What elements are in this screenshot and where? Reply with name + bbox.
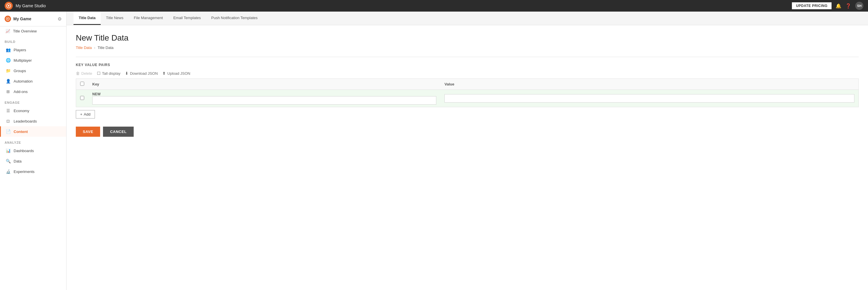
top-nav: My Game Studio UPDATE PRICING 🔔 ❓ SH [0, 0, 868, 11]
add-button[interactable]: + Add [76, 110, 95, 118]
tabs-bar: Title Data Title News File Management Em… [66, 11, 868, 25]
tall-display-button[interactable]: ☐ Tall display [97, 71, 121, 76]
sidebar-item-title-overview[interactable]: 📈 Title Overview [0, 26, 66, 36]
col-header-checkbox [76, 79, 89, 90]
row-key-label: NEW [92, 92, 436, 96]
studio-name: My Game Studio [16, 3, 46, 8]
page-title: New Title Data [76, 33, 859, 42]
experiments-icon: 🔬 [5, 169, 11, 174]
table-row: NEW [76, 90, 859, 107]
key-input[interactable] [92, 96, 436, 105]
delete-icon: 🗑 [76, 71, 80, 76]
sidebar-item-multiplayer[interactable]: 🌐 Multiplayer [0, 55, 66, 65]
sidebar-item-economy[interactable]: ☰ Economy [0, 106, 66, 116]
game-name: My Game [5, 16, 31, 22]
update-pricing-button[interactable]: UPDATE PRICING [792, 2, 832, 9]
sidebar-game-header: My Game ⚙ [0, 11, 66, 26]
page-body: New Title Data Title Data › Title Data K… [66, 25, 868, 145]
svg-point-3 [7, 18, 8, 20]
kv-toolbar: 🗑 Delete ☐ Tall display ⬇ Download JSON … [76, 71, 859, 76]
delete-button[interactable]: 🗑 Delete [76, 71, 92, 76]
economy-icon: ☰ [5, 108, 11, 113]
sidebar-item-leaderboards[interactable]: ⊡ Leaderboards [0, 116, 66, 126]
sidebar-item-groups[interactable]: 📁 Groups [0, 65, 66, 76]
data-icon: 🔍 [5, 158, 11, 164]
section-engage-label: ENGAGE [0, 97, 66, 106]
sidebar-item-experiments[interactable]: 🔬 Experiments [0, 166, 66, 177]
automation-icon: 👤 [5, 79, 11, 84]
content-icon: 📄 [5, 129, 11, 134]
section-analyze-label: ANALYZE [0, 137, 66, 145]
players-icon: 👥 [5, 47, 11, 53]
addons-icon: ⊞ [5, 89, 11, 94]
upload-icon: ⬆ [162, 71, 166, 76]
select-all-checkbox[interactable] [80, 82, 84, 86]
notification-icon[interactable]: 🔔 [836, 3, 841, 9]
upload-json-button[interactable]: ⬆ Upload JSON [162, 71, 190, 76]
help-icon[interactable]: ❓ [845, 3, 851, 9]
tab-title-data[interactable]: Title Data [73, 11, 101, 25]
sidebar: My Game ⚙ 📈 Title Overview BUILD 👥 Playe… [0, 11, 66, 290]
section-build-label: BUILD [0, 36, 66, 45]
row-checkbox-cell [76, 90, 89, 107]
tab-title-news[interactable]: Title News [101, 11, 128, 25]
breadcrumb-separator: › [94, 46, 95, 50]
svg-point-1 [8, 5, 9, 6]
layout: My Game ⚙ 📈 Title Overview BUILD 👥 Playe… [0, 11, 868, 290]
download-icon: ⬇ [125, 71, 128, 76]
tab-email-templates[interactable]: Email Templates [168, 11, 206, 25]
dashboards-icon: 📊 [5, 148, 11, 153]
sidebar-item-automation[interactable]: 👤 Automation [0, 76, 66, 86]
multiplayer-icon: 🌐 [5, 58, 11, 63]
tab-file-management[interactable]: File Management [128, 11, 168, 25]
top-nav-right: UPDATE PRICING 🔔 ❓ SH [792, 2, 863, 10]
settings-icon[interactable]: ⚙ [58, 16, 62, 22]
add-icon: + [80, 112, 83, 116]
row-value-cell [440, 90, 859, 107]
col-header-key: Key [88, 79, 440, 90]
sidebar-item-dashboards[interactable]: 📊 Dashboards [0, 145, 66, 156]
row-checkbox[interactable] [80, 96, 84, 100]
top-nav-left: My Game Studio [5, 2, 46, 10]
download-json-button[interactable]: ⬇ Download JSON [125, 71, 158, 76]
main-content: Title Data Title News File Management Em… [66, 11, 868, 290]
app-logo [5, 2, 13, 10]
save-button[interactable]: SAVE [76, 126, 100, 137]
kv-table: Key Value NEW [76, 79, 859, 107]
avatar[interactable]: SH [855, 2, 863, 10]
col-header-value: Value [440, 79, 859, 90]
groups-icon: 📁 [5, 68, 11, 73]
row-key-cell: NEW [88, 90, 440, 107]
tall-display-icon: ☐ [97, 71, 101, 76]
leaderboards-icon: ⊡ [5, 118, 11, 124]
section-divider [76, 57, 859, 57]
sidebar-item-players[interactable]: 👥 Players [0, 45, 66, 55]
breadcrumb: Title Data › Title Data [76, 46, 859, 50]
breadcrumb-link[interactable]: Title Data [76, 46, 92, 50]
action-buttons: SAVE CANCEL [76, 126, 859, 137]
sidebar-item-addons[interactable]: ⊞ Add-ons [0, 86, 66, 97]
cancel-button[interactable]: CANCEL [103, 126, 133, 137]
chart-icon: 📈 [5, 29, 10, 33]
game-icon [5, 16, 11, 22]
tab-push-notification-templates[interactable]: Push Notification Templates [206, 11, 263, 25]
sidebar-item-content[interactable]: 📄 Content [0, 126, 66, 137]
kv-section-title: KEY VALUE PAIRS [76, 63, 859, 67]
value-input[interactable] [444, 94, 855, 103]
breadcrumb-current: Title Data [97, 46, 114, 50]
sidebar-item-data[interactable]: 🔍 Data [0, 156, 66, 166]
